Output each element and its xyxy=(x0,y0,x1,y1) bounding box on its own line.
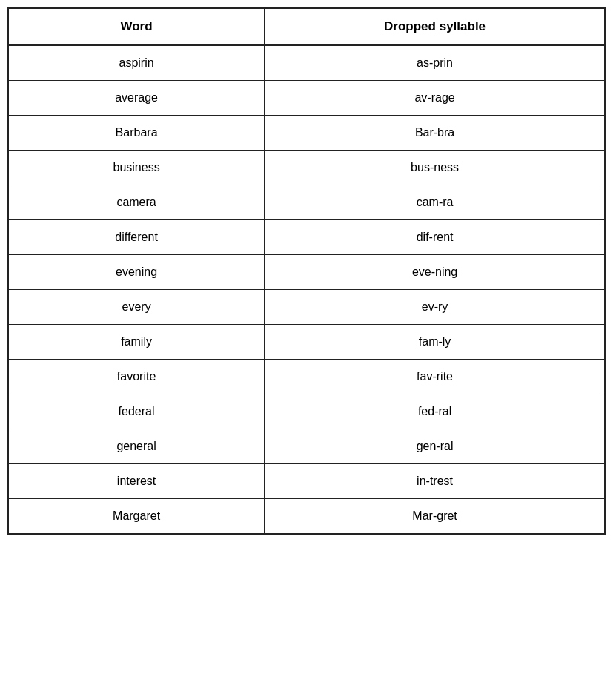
dropped-syllable-cell: gen-ral xyxy=(265,429,605,464)
word-cell: evening xyxy=(8,255,265,290)
table-row: businessbus-ness xyxy=(8,151,605,185)
header-word: Word xyxy=(8,8,265,45)
table-row: federalfed-ral xyxy=(8,394,605,429)
dropped-syllable-cell: fed-ral xyxy=(265,394,605,429)
dropped-syllable-cell: fav-rite xyxy=(265,360,605,394)
dropped-syllable-cell: bus-ness xyxy=(265,151,605,185)
word-cell: family xyxy=(8,325,265,360)
dropped-syllable-cell: eve-ning xyxy=(265,255,605,290)
dropped-syllable-cell: Bar-bra xyxy=(265,116,605,151)
dropped-syllable-cell: as-prin xyxy=(265,45,605,81)
word-cell: business xyxy=(8,151,265,185)
word-cell: every xyxy=(8,290,265,325)
word-cell: federal xyxy=(8,394,265,429)
word-cell: camera xyxy=(8,185,265,220)
dropped-syllable-cell: in-trest xyxy=(265,464,605,499)
dropped-syllable-cell: ev-ry xyxy=(265,290,605,325)
table-row: aspirinas-prin xyxy=(8,45,605,81)
table-row: eveningeve-ning xyxy=(8,255,605,290)
dropped-syllable-cell: fam-ly xyxy=(265,325,605,360)
dropped-syllable-cell: cam-ra xyxy=(265,185,605,220)
header-dropped-syllable: Dropped syllable xyxy=(265,8,605,45)
word-cell: Barbara xyxy=(8,116,265,151)
table-row: averageav-rage xyxy=(8,81,605,116)
word-cell: Margaret xyxy=(8,499,265,535)
word-table: Word Dropped syllable aspirinas-prinaver… xyxy=(7,7,606,535)
table-row: BarbaraBar-bra xyxy=(8,116,605,151)
dropped-syllable-cell: dif-rent xyxy=(265,220,605,255)
word-cell: average xyxy=(8,81,265,116)
table-row: familyfam-ly xyxy=(8,325,605,360)
table-row: favoritefav-rite xyxy=(8,360,605,394)
word-cell: interest xyxy=(8,464,265,499)
dropped-syllable-cell: av-rage xyxy=(265,81,605,116)
word-cell: favorite xyxy=(8,360,265,394)
table-row: everyev-ry xyxy=(8,290,605,325)
dropped-syllable-cell: Mar-gret xyxy=(265,499,605,535)
header-row: Word Dropped syllable xyxy=(8,8,605,45)
table-container: Word Dropped syllable aspirinas-prinaver… xyxy=(7,7,606,535)
table-row: interestin-trest xyxy=(8,464,605,499)
word-cell: aspirin xyxy=(8,45,265,81)
table-row: differentdif-rent xyxy=(8,220,605,255)
table-row: generalgen-ral xyxy=(8,429,605,464)
word-cell: general xyxy=(8,429,265,464)
table-row: MargaretMar-gret xyxy=(8,499,605,535)
word-cell: different xyxy=(8,220,265,255)
table-row: cameracam-ra xyxy=(8,185,605,220)
